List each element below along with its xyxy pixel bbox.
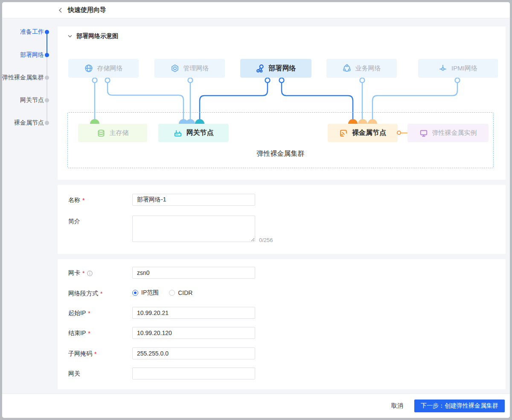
node-storage-network: 存储网络 (68, 59, 139, 78)
node-label: IPMI网络 (451, 64, 477, 73)
nic-label: 网卡* (68, 269, 93, 277)
chevron-down-icon (67, 33, 73, 39)
probe-icon (439, 64, 447, 73)
nic-input[interactable] (132, 267, 255, 279)
next-step-button[interactable]: 下一步：创建弹性裸金属集群 (414, 400, 505, 412)
required-mark: * (88, 330, 90, 337)
stream-icon (339, 129, 348, 137)
description-label: 简介 (68, 218, 80, 225)
step-dot-prepare (45, 30, 49, 34)
cancel-button[interactable]: 取消 (391, 402, 403, 410)
node-main-storage: 主存储 (78, 124, 147, 142)
node-label: 业务网络 (355, 64, 381, 73)
node-business-network: 业务网络 (326, 59, 397, 78)
baremetal-instance-link-line (401, 132, 407, 134)
sidebar-item-gateway-node[interactable]: 网关节点 (2, 96, 44, 104)
node-label: 主存储 (110, 129, 129, 137)
app-window: 快速使用向导 准备工作 部署网络 弹性裸金属集群 网关节点 裸金属节点 部署网络… (0, 0, 512, 420)
subnet-mask-label: 子网掩码* (68, 350, 96, 358)
cluster-label: 弹性裸金属集群 (67, 149, 494, 158)
monitor-icon (419, 129, 428, 137)
globe-icon (84, 64, 93, 73)
node-manage-network: 管理网络 (154, 59, 225, 78)
back-button[interactable] (57, 6, 64, 14)
gateway-label: 网关 (68, 370, 80, 378)
network-nodes-icon (256, 64, 265, 73)
radio-dot (132, 290, 138, 296)
baremetal-instance-link-ring (397, 131, 401, 135)
steps-rail-active (47, 32, 47, 55)
hex-nut-icon (171, 64, 179, 73)
step-dot-elastic-cluster (45, 76, 49, 80)
required-mark: * (82, 197, 84, 204)
node-label: 部署网络 (269, 64, 296, 73)
node-baremetal: 裸金属节点 (328, 124, 398, 142)
description-textarea[interactable] (132, 216, 255, 242)
start-ip-label: 起始IP* (68, 309, 90, 317)
sidebar-item-prepare[interactable]: 准备工作 (2, 28, 44, 36)
node-label: 存储网络 (97, 64, 123, 73)
network-settings-card: 网卡* 网络段方式* IP范围 CIDR 起始IP* 结束IP* (58, 259, 506, 389)
segment-mode-radio-group: IP范围 CIDR (132, 289, 192, 297)
gateway-input[interactable] (132, 368, 255, 379)
sidebar-item-baremetal-node[interactable]: 裸金属节点 (2, 119, 44, 127)
basic-info-card: 名称* 简介 0/256 (58, 185, 506, 254)
sidebar-item-deploy-network[interactable]: 部署网络 (2, 51, 44, 59)
router-icon (174, 129, 182, 137)
node-deploy-network: 部署网络 (240, 59, 311, 78)
screenshot-root: 快速使用向导 准备工作 部署网络 弹性裸金属集群 网关节点 裸金属节点 部署网络… (0, 0, 512, 420)
required-mark: * (82, 270, 84, 277)
node-elastic-instance: 弹性裸金属实例 (407, 124, 489, 142)
diagram-card: 部署网络示意图 (58, 26, 506, 180)
subnet-mask-input[interactable] (132, 347, 255, 359)
name-label: 名称* (68, 196, 84, 204)
name-input[interactable] (132, 194, 255, 206)
node-label: 弹性裸金属实例 (432, 129, 477, 137)
radio-ip-range[interactable]: IP范围 (132, 289, 159, 297)
node-ipmi-network: IPMI网络 (418, 59, 498, 78)
radio-dot (169, 290, 175, 296)
end-ip-label: 结束IP* (68, 330, 90, 337)
diagram-section-title: 部署网络示意图 (76, 32, 118, 40)
node-gateway: 网关节点 (158, 124, 229, 142)
end-ip-input[interactable] (132, 327, 255, 339)
wizard-footer: 取消 下一步：创建弹性裸金属集群 (2, 394, 510, 418)
start-ip-input[interactable] (132, 307, 255, 319)
diagram-section-toggle[interactable]: 部署网络示意图 (67, 32, 118, 40)
char-counter: 0/256 (259, 237, 273, 243)
info-icon[interactable] (87, 270, 93, 277)
node-label: 管理网络 (183, 64, 209, 73)
required-mark: * (100, 290, 102, 297)
page-title: 快速使用向导 (68, 6, 106, 14)
required-mark: * (94, 350, 96, 357)
chevron-left-icon (57, 7, 64, 14)
step-dot-baremetal-node (45, 121, 49, 125)
page-header: 快速使用向导 (2, 2, 510, 18)
database-icon (97, 129, 105, 137)
cloud-nodes-icon (343, 64, 351, 73)
step-dot-gateway-node (45, 98, 49, 102)
node-label: 裸金属节点 (352, 128, 386, 137)
required-mark: * (88, 310, 90, 317)
radio-cidr[interactable]: CIDR (169, 289, 192, 296)
node-label: 网关节点 (186, 128, 214, 137)
segment-mode-label: 网络段方式* (68, 290, 102, 298)
sidebar-item-elastic-cluster[interactable]: 弹性裸金属集群 (2, 74, 44, 82)
step-dot-deploy-network (45, 53, 49, 57)
